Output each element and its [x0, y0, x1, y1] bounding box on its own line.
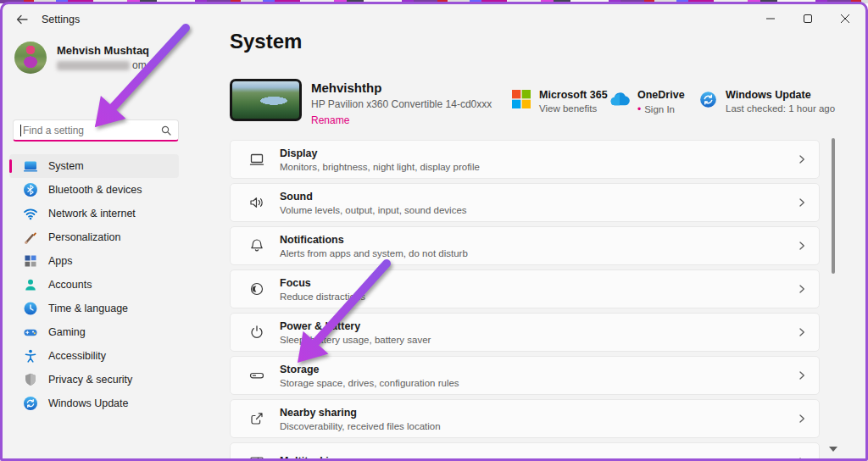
sidebar-item-label: Privacy & security [48, 374, 132, 386]
row-subtitle: Reduce distractions [280, 292, 365, 302]
row-subtitle: Volume levels, output, input, sound devi… [280, 205, 467, 215]
quick-link-title: Microsoft 365 [539, 89, 608, 101]
row-nearby-sharing[interactable]: Nearby sharingDiscoverability, received … [230, 399, 820, 438]
sidebar-item-accessibility[interactable]: Accessibility [9, 344, 179, 368]
row-subtitle: Discoverability, received files location [280, 421, 441, 431]
sidebar-item-label: Network & internet [48, 208, 136, 219]
accent-bullet: • [637, 103, 641, 115]
text-caret [20, 125, 21, 136]
sidebar-item-label: Bluetooth & devices [48, 184, 142, 196]
brush-icon [23, 230, 38, 245]
row-multitasking[interactable]: Multitasking [230, 442, 820, 458]
row-title: Focus [280, 277, 365, 289]
sidebar-item-label: Accounts [48, 279, 92, 291]
row-title: Nearby sharing [280, 407, 441, 419]
scrollbar-thumb[interactable] [832, 138, 835, 274]
quick-link-onedrive[interactable]: OneDrive • Sign In [609, 89, 685, 115]
profile-name: Mehvish Mushtaq [57, 44, 149, 57]
quick-link-subtitle: Last checked: 1 hour ago [726, 103, 835, 114]
sidebar-item-label: Time & language [48, 303, 128, 314]
close-button[interactable] [826, 4, 864, 33]
chevron-right-icon [797, 154, 807, 164]
power-icon [248, 323, 266, 342]
rename-link[interactable]: Rename [311, 114, 492, 126]
sidebar-item-label: Gaming [48, 326, 86, 338]
row-title: Display [280, 147, 480, 159]
email-redacted [57, 61, 130, 70]
shield-icon [23, 372, 38, 387]
apps-grid-icon [23, 253, 38, 269]
settings-window: Settings Mehvish Mushtaq om [0, 2, 868, 461]
quick-link-microsoft-365[interactable]: Microsoft 365 View benefits [511, 89, 608, 114]
storage-drive-icon [248, 366, 266, 385]
sidebar-item-accounts[interactable]: Accounts [9, 273, 179, 297]
row-title: Power & battery [280, 320, 431, 332]
windows-update-icon [698, 89, 718, 109]
device-model: HP Pavilion x360 Convertible 14-cd0xxx [311, 98, 492, 110]
row-title: Multitasking [280, 455, 342, 459]
sidebar-item-gaming[interactable]: Gaming [9, 320, 179, 344]
sidebar-item-privacy-security[interactable]: Privacy & security [9, 368, 179, 392]
chevron-right-icon [797, 370, 807, 380]
sidebar: Mehvish Mushtaq om Find a setting Syst [3, 35, 191, 458]
sidebar-item-label: Windows Update [48, 397, 129, 409]
device-wallpaper-thumbnail [230, 79, 302, 121]
multitasking-icon [248, 453, 266, 458]
row-subtitle: Sleep, battery usage, battery saver [280, 335, 431, 345]
sidebar-item-time-language[interactable]: Time & language [9, 297, 179, 320]
window-controls [752, 4, 864, 33]
chevron-right-icon [797, 414, 807, 424]
page-title: System [230, 30, 302, 53]
avatar [14, 42, 47, 74]
quick-link-title: Windows Update [726, 89, 835, 101]
wifi-icon [23, 206, 38, 221]
device-info: Mehvishthp HP Pavilion x360 Convertible … [311, 81, 492, 126]
row-subtitle: Storage space, drives, configuration rul… [280, 378, 459, 388]
row-sound[interactable]: SoundVolume levels, output, input, sound… [230, 183, 820, 222]
maximize-button[interactable] [789, 4, 826, 33]
sidebar-item-apps[interactable]: Apps [9, 249, 179, 273]
windows-update-icon [23, 396, 38, 411]
search-input[interactable]: Find a setting [13, 119, 179, 142]
sidebar-item-personalization[interactable]: Personalization [9, 225, 179, 249]
sidebar-item-label: Personalization [48, 231, 120, 243]
sidebar-item-label: Apps [48, 255, 73, 267]
profile-email: om [57, 59, 149, 71]
sidebar-item-bluetooth-devices[interactable]: Bluetooth & devices [9, 178, 179, 202]
back-arrow-icon [16, 14, 28, 25]
row-notifications[interactable]: NotificationsAlerts from apps and system… [230, 226, 820, 265]
display-icon [248, 150, 266, 169]
titlebar: Settings [3, 4, 865, 35]
chevron-right-icon [797, 241, 807, 251]
row-storage[interactable]: StorageStorage space, drives, configurat… [230, 356, 820, 395]
minimize-button[interactable] [752, 4, 789, 33]
sidebar-item-network-internet[interactable]: Network & internet [9, 202, 179, 225]
quick-link-windows-update[interactable]: Windows Update Last checked: 1 hour ago [698, 89, 835, 114]
microsoft-logo-icon [511, 89, 531, 109]
settings-list: DisplayMonitors, brightness, night light… [230, 140, 820, 458]
sidebar-item-windows-update[interactable]: Windows Update [9, 392, 179, 415]
sidebar-item-system[interactable]: System [9, 154, 179, 178]
row-focus[interactable]: FocusReduce distractions [230, 269, 820, 308]
row-display[interactable]: DisplayMonitors, brightness, night light… [230, 140, 820, 179]
row-power-battery[interactable]: Power & batterySleep, battery usage, bat… [230, 313, 820, 352]
sign-in-label[interactable]: Sign In [644, 104, 675, 114]
screenshot: Settings Mehvish Mushtaq om [0, 0, 868, 461]
search-icon [161, 125, 171, 136]
person-icon [23, 277, 38, 292]
sidebar-item-label: System [48, 160, 84, 172]
row-title: Notifications [280, 234, 468, 246]
row-subtitle: Monitors, brightness, night light, displ… [280, 162, 480, 172]
share-icon [248, 409, 266, 428]
row-title: Sound [280, 191, 467, 203]
account-profile[interactable]: Mehvish Mushtaq om [14, 42, 191, 74]
chevron-right-icon [797, 197, 807, 208]
bluetooth-icon [23, 182, 38, 197]
sound-icon [248, 193, 266, 212]
scrollbar-down-arrow[interactable] [829, 447, 837, 452]
email-suffix: om [132, 59, 147, 71]
row-subtitle: Alerts from apps and system, do not dist… [280, 248, 468, 258]
back-button[interactable] [9, 9, 35, 30]
accessibility-person-icon [23, 348, 38, 364]
gamepad-icon [23, 325, 38, 340]
